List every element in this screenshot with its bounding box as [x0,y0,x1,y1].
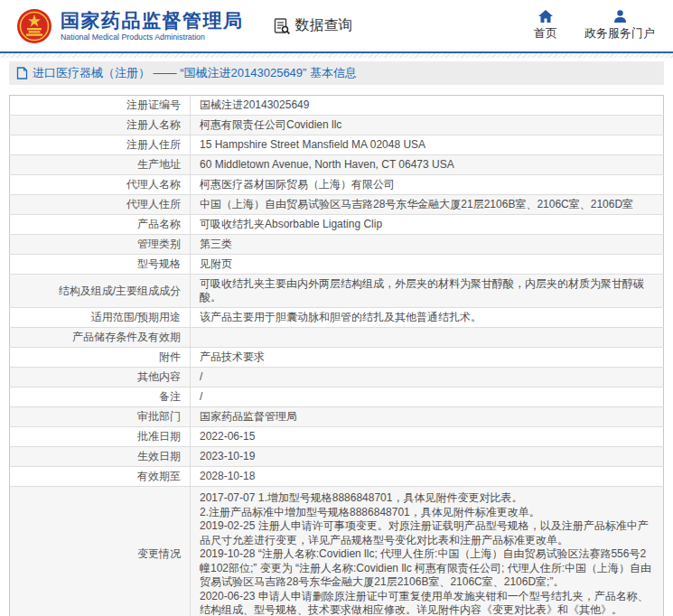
field-label: 产品名称 [10,215,191,235]
field-label: 附件 [10,348,191,368]
table-row: 附件 产品技术要求 [10,348,664,368]
registration-info-table: 注册证编号 国械注进20143025649 注册人名称 柯惠有限责任公司Covi… [9,95,664,616]
field-value: 60 Middletown Avenue, North Haven, CT 06… [191,155,664,175]
field-label: 管理类别 [10,235,191,255]
field-value: 第三类 [191,235,664,255]
agency-name-cn: 国家药品监督管理局 [61,10,244,32]
field-label: 注册证编号 [10,96,191,116]
field-value: 2023-10-19 [191,447,664,467]
table-row: 生效日期 2023-10-19 [10,447,664,467]
field-label: 产品储存条件及有效期 [10,328,191,348]
field-label: 代理人名称 [10,175,191,195]
field-label: 型号规格 [10,255,191,275]
hatch-strip-top [0,53,673,58]
table-row: 生产地址 60 Middletown Avenue, North Haven, … [10,155,664,175]
field-label: 生效日期 [10,447,191,467]
field-value: 国家药品监督管理局 [191,407,664,427]
table-row: 注册人住所 15 Hampshire Street Mansfield MA 0… [10,135,664,155]
field-label: 备注 [10,387,191,407]
data-query-label: 数据查询 [295,16,353,35]
site-header: 国家药品监督管理局 National Medical Products Admi… [0,0,673,51]
page-icon [16,67,28,79]
agency-title-block: 国家药品监督管理局 National Medical Products Admi… [61,10,244,42]
field-value-change-history: 2017-07-07 1.增加型号规格8886848701，具体见附件变更对比表… [191,487,664,616]
table-row: 批准日期 2022-06-15 [10,427,664,447]
table-row: 注册人名称 柯惠有限责任公司Covidien llc [10,116,664,135]
table-row: 代理人住所 中国（上海）自由贸易试验区马吉路28号东华金融大厦21层2106B室… [10,195,664,215]
field-value: / [191,368,664,387]
table-row: 产品名称 可吸收结扎夹Absorbable Ligating Clip [10,215,664,235]
field-label: 其他内容 [10,368,191,387]
field-label: 批准日期 [10,427,191,447]
table-row: 变更情况 2017-07-07 1.增加型号规格8886848701，具体见附件… [10,487,664,616]
field-label: 结构及组成/主要组成成分 [10,275,191,308]
main-content: 进口医疗器械（注册） —— “国械注进20143025649” 基本信息 注册证… [9,61,664,616]
table-row: 型号规格 见附页 [10,255,664,275]
breadcrumb-text: 进口医疗器械（注册） —— “国械注进20143025649” 基本信息 [33,65,357,81]
table-row: 代理人名称 柯惠医疗器材国际贸易（上海）有限公司 [10,175,664,195]
field-value: / [191,387,664,407]
nav-home-label: 首页 [534,25,557,42]
field-label: 审批部门 [10,407,191,427]
field-label: 适用范围/预期用途 [10,308,191,328]
home-icon [538,10,553,23]
table-row: 注册证编号 国械注进20143025649 [10,96,664,116]
field-value [191,328,664,348]
field-value: 2028-10-18 [191,467,664,487]
field-value: 柯惠医疗器材国际贸易（上海）有限公司 [191,175,664,195]
field-value: 15 Hampshire Street Mansfield MA 02048 U… [191,135,664,155]
user-icon [613,10,627,23]
table-row: 管理类别 第三类 [10,235,664,255]
national-emblem-logo [16,8,52,44]
nav-gov-portal-label: 政务服务门户 [584,25,655,42]
field-label: 变更情况 [10,487,191,616]
field-label: 代理人住所 [10,195,191,215]
field-label: 有效期至 [10,467,191,487]
table-row: 有效期至 2028-10-18 [10,467,664,487]
table-row: 审批部门 国家药品监督管理局 [10,407,664,427]
breadcrumb: 进口医疗器械（注册） —— “国械注进20143025649” 基本信息 [9,61,664,85]
table-row: 其他内容 / [10,368,664,387]
field-value: 产品技术要求 [191,348,664,368]
field-value: 该产品主要用于胆囊动脉和胆管的结扎及其他普通结扎术。 [191,308,664,328]
field-label: 生产地址 [10,155,191,175]
table-row: 产品储存条件及有效期 [10,328,664,348]
field-value: 可吸收结扎夹Absorbable Ligating Clip [191,215,664,235]
field-label: 注册人住所 [10,135,191,155]
field-label: 注册人名称 [10,116,191,135]
agency-name-en: National Medical Products Administration [61,32,244,42]
table-row: 备注 / [10,387,664,407]
field-value: 见附页 [191,255,664,275]
top-navigation: 首页 政务服务门户 [534,10,660,42]
table-row: 适用范围/预期用途 该产品主要用于胆囊动脉和胆管的结扎及其他普通结扎术。 [10,308,664,328]
field-value: 可吸收结扎夹主要由内外两层结构组成，外层夹的材料为聚甘醇酸，内层夹的材质为聚甘醇… [191,275,664,308]
field-value: 2022-06-15 [191,427,664,447]
field-value: 中国（上海）自由贸易试验区马吉路28号东华金融大厦21层2106B室、2106C… [191,195,664,215]
field-value: 柯惠有限责任公司Covidien llc [191,116,664,135]
nav-gov-portal[interactable]: 政务服务门户 [584,10,655,42]
document-search-icon [273,17,291,35]
table-row: 结构及组成/主要组成成分 可吸收结扎夹主要由内外两层结构组成，外层夹的材料为聚甘… [10,275,664,308]
field-value: 国械注进20143025649 [191,96,664,116]
nav-home[interactable]: 首页 [534,10,557,42]
data-query-button[interactable]: 数据查询 [273,16,353,35]
